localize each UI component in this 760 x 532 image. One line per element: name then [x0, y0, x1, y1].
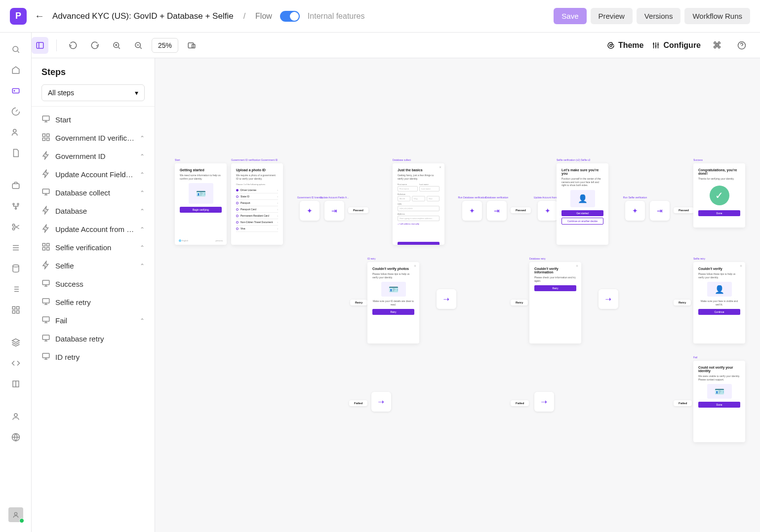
screen-retry-photo[interactable]: ID retry ✕ Couldn't verify photos Please…	[367, 262, 419, 343]
step-item[interactable]: Start	[32, 111, 155, 129]
svg-rect-27	[47, 134, 49, 136]
internal-features-toggle[interactable]	[280, 11, 300, 22]
step-item[interactable]: Database collect⌃	[32, 184, 155, 202]
node-selfie-branch[interactable]: Run Selfie verification✦	[625, 201, 645, 221]
book-icon[interactable]	[11, 379, 21, 389]
step-item[interactable]: Database⌃	[32, 202, 155, 220]
theme-button[interactable]: Theme	[606, 41, 644, 50]
canvas[interactable]: Start Getting started We need some infor…	[155, 58, 760, 532]
bolt-icon	[41, 224, 50, 234]
steps-list: StartGovernment ID verificati…⌃Governmen…	[32, 106, 155, 370]
node-failed-2[interactable]: ⇢	[534, 392, 554, 412]
close-icon: ✕	[740, 264, 742, 267]
svg-rect-38	[42, 335, 49, 340]
database-icon[interactable]	[11, 264, 21, 273]
app-logo[interactable]: P	[10, 8, 27, 25]
status-retry-3[interactable]: Retry	[674, 300, 691, 305]
chevron-up-icon: ⌃	[140, 244, 145, 251]
step-item[interactable]: Government ID⌃	[32, 147, 155, 165]
team-icon[interactable]	[11, 412, 21, 421]
briefcase-icon[interactable]	[11, 181, 21, 190]
flow-icon[interactable]	[11, 86, 21, 96]
chevron-up-icon: ⌃	[140, 226, 145, 233]
step-item[interactable]: Update Account Fields fr…⌃	[32, 165, 155, 184]
status-passed-3[interactable]: Passed	[674, 207, 694, 213]
back-arrow-icon[interactable]: ←	[35, 10, 44, 22]
sidebar-toggle-icon[interactable]	[32, 37, 48, 54]
users-icon[interactable]	[11, 127, 21, 137]
node-govid-branch[interactable]: Government ID branch✦	[300, 201, 320, 221]
bolt-icon	[41, 169, 50, 180]
status-failed-1[interactable]: Failed	[349, 400, 367, 406]
fit-icon[interactable]	[183, 37, 200, 54]
breadcrumb-slash: /	[243, 12, 245, 21]
screen-selfie[interactable]: Selfie verification (v2) Selfie v2 Let's…	[557, 163, 608, 245]
home-icon[interactable]	[11, 65, 21, 75]
step-label: ID retry	[55, 353, 145, 361]
step-item[interactable]: ID retry	[32, 348, 155, 366]
scissors-icon[interactable]	[11, 222, 21, 232]
globe-icon[interactable]	[11, 432, 21, 442]
screen-retry-selfie[interactable]: Selfie retry ✕ Couldn't verify Please fo…	[693, 262, 745, 343]
undo-icon[interactable]	[65, 37, 81, 54]
versions-button[interactable]: Versions	[637, 8, 681, 24]
node-db-verif[interactable]: Database verification⇥	[487, 201, 507, 221]
screen-retry-info[interactable]: Database retry ✕ Couldn't verify informa…	[529, 262, 581, 343]
step-item[interactable]: Fail⌃	[32, 311, 155, 330]
chevron-up-icon: ⌃	[140, 153, 145, 160]
code-icon[interactable]	[11, 358, 21, 368]
node-failed-1[interactable]: ⇢	[371, 392, 391, 412]
configure-button[interactable]: Configure	[651, 41, 701, 50]
step-item[interactable]: Selfie verification⌃	[32, 238, 155, 257]
bolt-icon	[41, 261, 50, 271]
step-item[interactable]: Selfie⌃	[32, 257, 155, 275]
node-retry-info-out[interactable]: ⇢	[599, 289, 618, 309]
step-label: Selfie retry	[55, 298, 145, 306]
status-passed-2[interactable]: Passed	[511, 207, 531, 213]
step-item[interactable]: Selfie retry	[32, 293, 155, 311]
preview-button[interactable]: Preview	[591, 8, 633, 24]
avatar[interactable]	[8, 507, 23, 522]
step-item[interactable]: Database retry	[32, 330, 155, 348]
screen-start[interactable]: Start Getting started We need some infor…	[175, 163, 227, 245]
grid-icon[interactable]	[11, 305, 21, 315]
node-db-branch[interactable]: Run Database verification✦	[462, 201, 482, 221]
status-retry-1[interactable]: Retry	[350, 300, 367, 305]
status-retry-2[interactable]: Retry	[511, 300, 528, 305]
close-icon: ✕	[576, 264, 578, 267]
monitor-icon	[41, 334, 50, 344]
screen-basics[interactable]: Database collect ✕ Just the basics Getti…	[393, 163, 444, 245]
steps-filter-select[interactable]: All steps▾	[41, 84, 145, 101]
list2-icon[interactable]	[11, 284, 21, 294]
node-update-fields[interactable]: Update Account Fields fr...⇥	[324, 201, 344, 221]
search-icon[interactable]	[11, 44, 21, 54]
step-item[interactable]: Success	[32, 275, 155, 293]
document-icon[interactable]	[11, 148, 21, 158]
zoom-out-icon[interactable]	[130, 37, 147, 54]
branches-icon[interactable]	[11, 201, 21, 211]
workflow-runs-button[interactable]: Workflow Runs	[684, 8, 750, 24]
step-item[interactable]: Update Account from In…⌃	[32, 220, 155, 238]
status-passed-1[interactable]: Passed	[348, 207, 368, 213]
screen-fail[interactable]: Fail Could not verify your identity We w…	[693, 361, 745, 442]
svg-point-2	[14, 90, 15, 91]
keyboard-icon[interactable]: ⌘	[709, 37, 725, 54]
help-icon[interactable]	[733, 37, 750, 54]
status-failed-2[interactable]: Failed	[511, 400, 529, 406]
layers-icon[interactable]	[11, 338, 21, 347]
screen-success[interactable]: Success Congratulations, you're done! Th…	[693, 163, 745, 228]
steps-panel: Steps All steps▾ StartGovernment ID veri…	[32, 58, 155, 532]
save-button[interactable]: Save	[554, 8, 586, 24]
metrics-icon[interactable]	[11, 107, 21, 116]
zoom-input[interactable]: 25%	[152, 38, 178, 53]
zoom-in-icon[interactable]	[108, 37, 125, 54]
step-item[interactable]: Government ID verificati…⌃	[32, 129, 155, 147]
chevron-up-icon: ⌃	[140, 190, 145, 196]
node-update-acct[interactable]: Update Account from In...✦	[538, 201, 558, 221]
list-icon[interactable]	[11, 243, 21, 253]
node-selfie-out[interactable]: ⇥	[650, 201, 670, 221]
redo-icon[interactable]	[86, 37, 103, 54]
status-failed-3[interactable]: Failed	[674, 400, 692, 406]
screen-upload-id[interactable]: Government ID verification Government ID…	[231, 163, 283, 245]
node-retry-photo-out[interactable]: ⇢	[437, 289, 456, 309]
